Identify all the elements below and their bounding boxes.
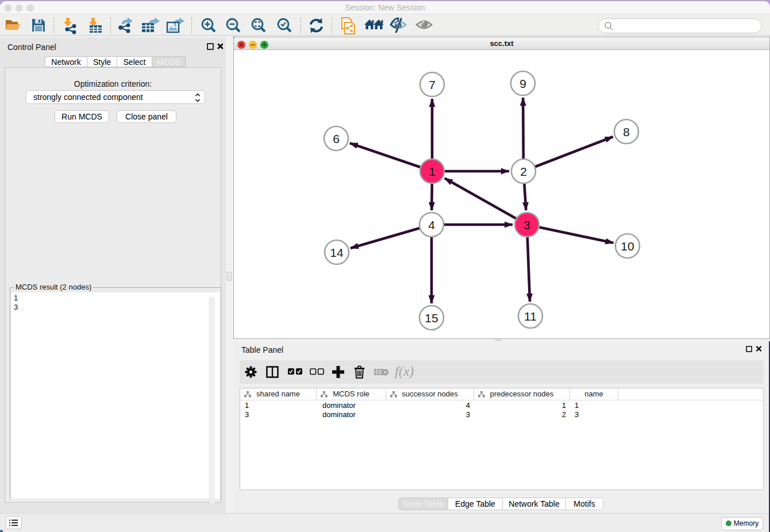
- svg-text:9: 9: [519, 77, 526, 90]
- svg-text:7: 7: [429, 78, 436, 91]
- svg-text:11: 11: [524, 310, 537, 323]
- svg-text:14: 14: [330, 246, 344, 259]
- svg-text:6: 6: [333, 132, 340, 145]
- svg-text:4: 4: [428, 218, 435, 232]
- svg-text:10: 10: [621, 240, 634, 253]
- svg-text:8: 8: [623, 125, 630, 138]
- svg-text:2: 2: [520, 165, 527, 178]
- svg-text:15: 15: [425, 311, 438, 325]
- svg-text:1: 1: [429, 165, 436, 178]
- svg-text:3: 3: [523, 218, 530, 232]
